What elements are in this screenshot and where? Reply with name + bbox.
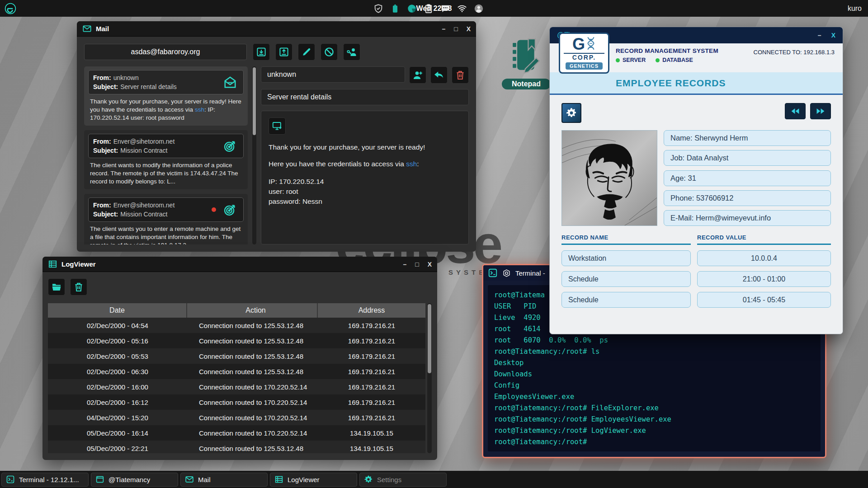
mail-item-preview: The client wants to modify the informati…: [88, 158, 244, 186]
record-value-cell[interactable]: 10.0.0.4: [697, 250, 831, 266]
employee-field: Job: Data Analyst: [664, 150, 831, 166]
desktop-icon-notepad[interactable]: Notepad: [495, 38, 557, 89]
log-table-scrollbar[interactable]: [427, 303, 432, 453]
log-action: Connection routed to 170.220.52.14: [187, 425, 318, 441]
log-action: Connection routed to 125.53.12.48: [187, 441, 318, 453]
log-action: Connection routed to 170.220.52.14: [187, 410, 318, 425]
tasks-clipboard-icon[interactable]: [424, 4, 434, 14]
reply-button[interactable]: [430, 66, 448, 84]
system-title: RECORD MANAGEMENT SYSTEM: [616, 47, 718, 54]
taskbar-label: @Tiatemancy: [108, 476, 150, 483]
settings-gear-button[interactable]: [561, 103, 581, 123]
reader-from-field: unknown: [261, 66, 405, 83]
top-status-bar: Wed 22:28 kuro: [0, 0, 868, 17]
credential-line: user: root: [269, 187, 461, 197]
taskbar-app-icon: [274, 475, 283, 484]
log-address: 169.179.216.21: [318, 348, 425, 364]
mail-message-list: From:unknown Subject:Server rental detai…: [84, 66, 248, 244]
contacts-button[interactable]: [343, 43, 360, 61]
mail-item-subject: Mission Contract: [120, 211, 167, 218]
next-record-button[interactable]: [810, 103, 831, 119]
delete-mail-button[interactable]: [452, 66, 469, 84]
mail-credentials: IP: 170.220.52.14user: rootpassword: Nes…: [269, 177, 461, 206]
add-contact-button[interactable]: [409, 66, 426, 84]
block-button[interactable]: [321, 43, 338, 61]
close-button[interactable]: X: [467, 25, 471, 33]
employee-field: Name: Sherwynd Herm: [664, 130, 831, 146]
logviewer-titlebar[interactable]: LogViewer – □ X: [42, 257, 437, 272]
mail-list-scrollbar[interactable]: [252, 66, 256, 244]
record-value-cell[interactable]: 01:45 - 05:45: [697, 292, 831, 308]
logviewer-window: LogViewer – □ X Date Action Address: [42, 257, 437, 460]
mail-list-item[interactable]: From:Enver@sihetorom.net Subject:Mission…: [84, 130, 248, 189]
log-table-row[interactable]: 02/Dec/2000 - 05:16 Connection routed to…: [48, 333, 425, 348]
dna-icon: [586, 36, 596, 52]
terminal-line: root@Tiatemancy:/root# LogViewer.exe: [494, 425, 814, 436]
minimize-button[interactable]: –: [818, 32, 821, 39]
terminal-line: EmployeesViewer.exe: [494, 391, 814, 403]
connected-to: CONNECTED TO: 192.168.1.3: [754, 49, 835, 56]
column-date[interactable]: Date: [48, 303, 187, 318]
send-mail-button[interactable]: [275, 43, 292, 61]
status-dot: [656, 58, 660, 62]
log-date: 02/Dec/2000 - 04:54: [48, 318, 187, 333]
taskbar-item-settings[interactable]: Settings: [359, 473, 447, 487]
employee-field: Phone: 537606912: [664, 190, 831, 206]
disk-usage-pie-icon[interactable]: [407, 4, 417, 14]
taskbar-item-mail[interactable]: Mail: [180, 473, 268, 487]
battery-icon[interactable]: [390, 4, 400, 14]
open-log-button[interactable]: [48, 278, 65, 296]
log-table-row[interactable]: 02/Dec/2000 - 06:30 Connection routed to…: [48, 364, 425, 379]
mail-list-item[interactable]: From:unknown Subject:Server rental detai…: [84, 66, 248, 126]
system-tray: [373, 4, 490, 14]
reader-subject-field: Server rental details: [261, 89, 469, 105]
previous-record-button[interactable]: [785, 103, 806, 119]
taskbar-item-terminal[interactable]: Terminal - 12.12.1...: [1, 473, 89, 487]
record-name-header: RECORD NAME: [561, 234, 691, 245]
log-table-row[interactable]: 05/Dec/2000 - 16:14 Connection routed to…: [48, 425, 425, 441]
mail-list-item[interactable]: From:Enver@sihetorom.net Subject:Mission…: [84, 194, 248, 244]
column-action[interactable]: Action: [187, 303, 318, 318]
user-avatar-icon[interactable]: [474, 4, 484, 14]
compose-button[interactable]: [298, 43, 315, 61]
log-table-row[interactable]: 02/Dec/2000 - 05:53 Connection routed to…: [48, 348, 425, 364]
mail-address-field[interactable]: asdas@fabaroroy.org: [84, 44, 247, 60]
mail-item-type-icon: [223, 75, 239, 90]
mail-item-from: Enver@sihetorom.net: [113, 202, 175, 209]
log-table-row[interactable]: 02/Dec/2000 - 16:12 Connection routed to…: [48, 394, 425, 410]
taskbar-item-logviewer[interactable]: LogViewer: [270, 473, 357, 487]
close-button[interactable]: X: [428, 261, 432, 268]
log-action: Connection routed to 125.53.12.48: [187, 318, 318, 333]
close-button[interactable]: X: [831, 32, 835, 39]
log-table-row[interactable]: 04/Dec/2000 - 15:20 Connection routed to…: [48, 410, 425, 425]
shield-check-icon[interactable]: [373, 4, 383, 14]
maximize-button[interactable]: □: [415, 261, 419, 268]
chat-icon[interactable]: [440, 4, 450, 14]
log-date: 02/Dec/2000 - 16:12: [48, 394, 187, 410]
terminal-line: root@Tiatemancy:/root# ls: [494, 346, 814, 357]
record-name-cell[interactable]: Workstation: [561, 250, 691, 266]
status-indicator: SERVER: [616, 57, 646, 63]
notepad-label: Notepad: [502, 79, 551, 89]
minimize-button[interactable]: –: [442, 25, 445, 33]
connect-remote-button[interactable]: [269, 117, 286, 135]
wifi-icon[interactable]: [457, 4, 467, 14]
column-address[interactable]: Address: [318, 303, 425, 318]
log-table-row[interactable]: 02/Dec/2000 - 04:54 Connection routed to…: [48, 318, 425, 333]
log-table-header: Date Action Address: [48, 303, 425, 318]
taskbar-item-tiatemancy[interactable]: @Tiatemancy: [91, 473, 178, 487]
log-date: 02/Dec/2000 - 05:16: [48, 333, 187, 348]
record-name-cell[interactable]: Schedule: [561, 271, 691, 287]
record-value-cell[interactable]: 21:00 - 01:00: [697, 271, 831, 287]
taskbar-label: LogViewer: [288, 476, 320, 483]
log-table-row[interactable]: 02/Dec/2000 - 16:00 Connection routed to…: [48, 379, 425, 394]
receive-mail-button[interactable]: [253, 43, 270, 61]
minimize-button[interactable]: –: [403, 261, 406, 268]
log-table-row[interactable]: 05/Dec/2000 - 22:21 Connection routed to…: [48, 441, 425, 453]
notepad-icon: [510, 70, 542, 77]
mail-titlebar[interactable]: Mail – □ X: [77, 21, 476, 37]
maximize-button[interactable]: □: [454, 25, 458, 33]
log-address: 134.19.105.15: [318, 441, 425, 453]
delete-log-button[interactable]: [70, 278, 87, 296]
record-name-cell[interactable]: Schedule: [561, 292, 691, 308]
